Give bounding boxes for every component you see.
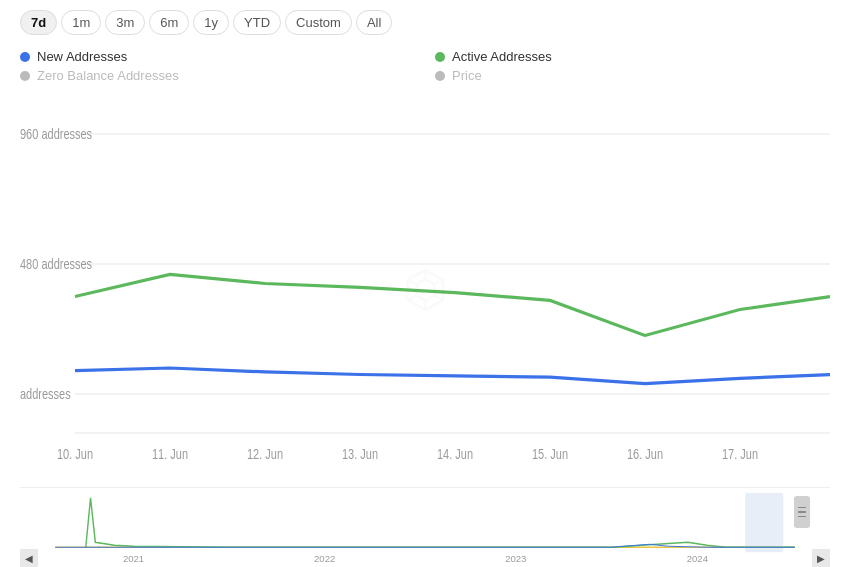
x-label-6: 16. Jun <box>627 446 663 463</box>
time-btn-7d[interactable]: 7d <box>20 10 57 35</box>
main-chart-svg: 960 addresses 480 addresses addresses 10… <box>20 95 830 485</box>
legend-item-1: Active Addresses <box>435 49 830 64</box>
main-chart-area: 960 addresses 480 addresses addresses 10… <box>20 95 830 485</box>
time-range-toolbar: 7d1m3m6m1yYTDCustomAll <box>20 10 830 35</box>
legend-label-0: New Addresses <box>37 49 127 64</box>
mini-chart-svg: 2021 2022 2023 2024 <box>20 488 830 567</box>
legend-label-1: Active Addresses <box>452 49 552 64</box>
main-container: 7d1m3m6m1yYTDCustomAll New AddressesActi… <box>0 0 850 567</box>
x-label-3: 13. Jun <box>342 446 378 463</box>
legend-dot-2 <box>20 71 30 81</box>
legend-dot-3 <box>435 71 445 81</box>
y-label-960: 960 addresses <box>20 126 92 143</box>
legend-dot-0 <box>20 52 30 62</box>
x-label-4: 14. Jun <box>437 446 473 463</box>
legend-dot-1 <box>435 52 445 62</box>
range-handle[interactable] <box>794 496 810 528</box>
time-btn-ytd[interactable]: YTD <box>233 10 281 35</box>
time-btn-6m[interactable]: 6m <box>149 10 189 35</box>
scroll-right-button[interactable]: ▶ <box>812 549 830 567</box>
time-btn-custom[interactable]: Custom <box>285 10 352 35</box>
legend-label-2: Zero Balance Addresses <box>37 68 179 83</box>
mini-year-2021: 2021 <box>123 553 144 564</box>
x-label-1: 11. Jun <box>152 446 188 463</box>
x-label-0: 10. Jun <box>57 446 93 463</box>
x-label-2: 12. Jun <box>247 446 283 463</box>
legend-item-3: Price <box>435 68 830 83</box>
mini-year-2022: 2022 <box>314 553 335 564</box>
time-btn-1m[interactable]: 1m <box>61 10 101 35</box>
y-label-0: addresses <box>20 386 71 403</box>
time-btn-3m[interactable]: 3m <box>105 10 145 35</box>
mini-year-2024: 2024 <box>687 553 709 564</box>
y-label-480: 480 addresses <box>20 256 92 273</box>
mini-chart-section: ◀ ▶ 2021 2022 2023 2024 <box>20 487 830 567</box>
mini-year-2023: 2023 <box>505 553 526 564</box>
chart-legend: New AddressesActive AddressesZero Balanc… <box>20 49 830 83</box>
svg-rect-13 <box>745 493 783 552</box>
legend-label-3: Price <box>452 68 482 83</box>
time-btn-all[interactable]: All <box>356 10 392 35</box>
scroll-left-button[interactable]: ◀ <box>20 549 38 567</box>
time-btn-1y[interactable]: 1y <box>193 10 229 35</box>
legend-item-2: Zero Balance Addresses <box>20 68 415 83</box>
x-label-7: 17. Jun <box>722 446 758 463</box>
x-label-5: 15. Jun <box>532 446 568 463</box>
legend-item-0: New Addresses <box>20 49 415 64</box>
